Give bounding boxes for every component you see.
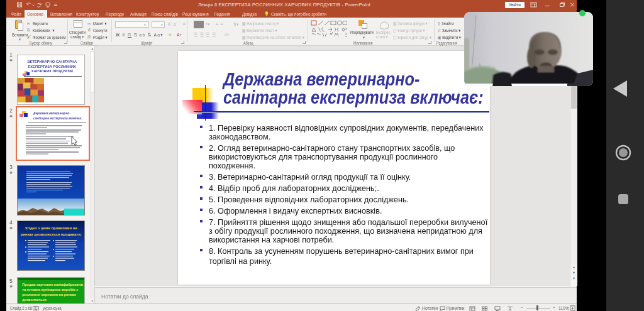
svg-text:та готових кулінарних виробів: та готових кулінарних виробів з [22, 288, 78, 292]
svg-text:ринках дозволяється продавати:: ринках дозволяється продавати: [21, 232, 82, 236]
svg-text:Продаж харчових напівфабрикаті: Продаж харчових напівфабрикатів [22, 283, 83, 286]
svg-text:рослинної сировини на ринках: рослинної сировини на ринках [22, 293, 76, 297]
svg-text:дозволяється: дозволяється [22, 298, 47, 302]
svg-text:Згідно з цими правилами на: Згідно з цими правилами на [25, 226, 77, 230]
